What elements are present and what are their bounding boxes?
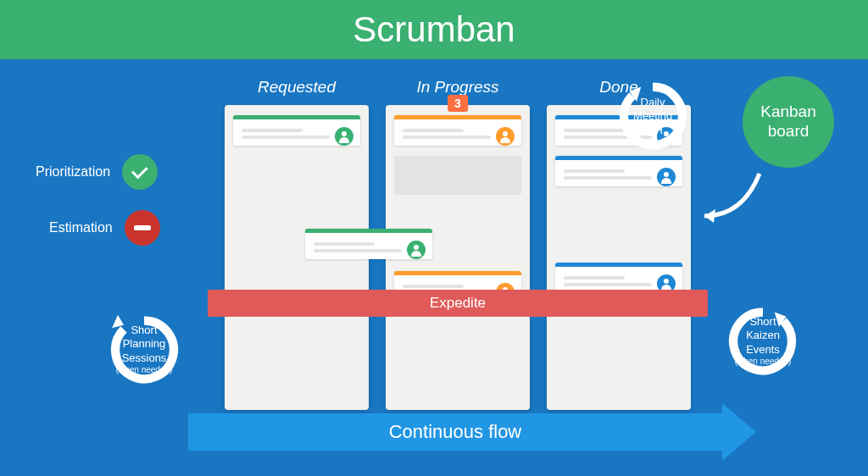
daily-meeting-cycle: Daily Meeting 24H [610, 80, 695, 152]
title-bar: Scrumban [0, 0, 868, 59]
cycle-line: Planning [106, 338, 182, 351]
avatar-icon [657, 168, 676, 186]
cycle-line: Meeting [615, 109, 691, 123]
page-title: Scrumban [353, 9, 515, 50]
wip-limit-badge: 3 [448, 95, 468, 112]
task-card [555, 156, 682, 186]
cycle-line: Events [725, 343, 801, 357]
prioritization-row: Prioritization [36, 154, 158, 190]
kaizen-cycle: Short Kaizen Events (when needed) [721, 305, 805, 378]
cycle-line: Sessions [106, 351, 182, 365]
avatar-icon [407, 241, 426, 259]
continuous-flow-arrow: Continuous flow [188, 413, 756, 451]
diagram-canvas: Prioritization Estimation Requested In P… [0, 59, 868, 476]
svg-marker-3 [704, 209, 715, 223]
prioritization-label: Prioritization [36, 164, 110, 180]
cycle-sub: (when needed) [725, 357, 801, 368]
cycle-sub: (when needed) [106, 365, 182, 376]
cycle-line: Short [106, 324, 182, 337]
planning-cycle: Short Planning Sessions (when needed) [102, 313, 186, 386]
curved-arrow-icon [692, 169, 768, 229]
cycle-line: 24H [615, 123, 691, 136]
minus-icon [125, 210, 160, 246]
avatar-icon [335, 127, 353, 146]
column-title: In Progress [416, 78, 498, 97]
cycle-line: Short [725, 315, 801, 329]
card-placeholder [394, 156, 521, 195]
task-card [394, 115, 521, 146]
cycle-line: Kaizen [725, 329, 801, 343]
cycle-line: Daily [615, 96, 691, 109]
flow-label: Continuous flow [389, 421, 522, 443]
column-title: Requested [258, 78, 336, 97]
kanban-line: board [760, 122, 816, 141]
estimation-row: Estimation [49, 210, 160, 246]
task-card [233, 115, 360, 146]
kanban-line: Kanban [760, 102, 816, 122]
expedite-label: Expedite [430, 295, 486, 312]
kanban-board-label: Kanban board [743, 76, 834, 168]
check-icon [122, 154, 158, 190]
floating-task-card [305, 229, 432, 259]
expedite-lane: Expedite [208, 290, 708, 317]
task-card [555, 263, 682, 293]
estimation-label: Estimation [49, 220, 113, 235]
avatar-icon [496, 127, 515, 146]
